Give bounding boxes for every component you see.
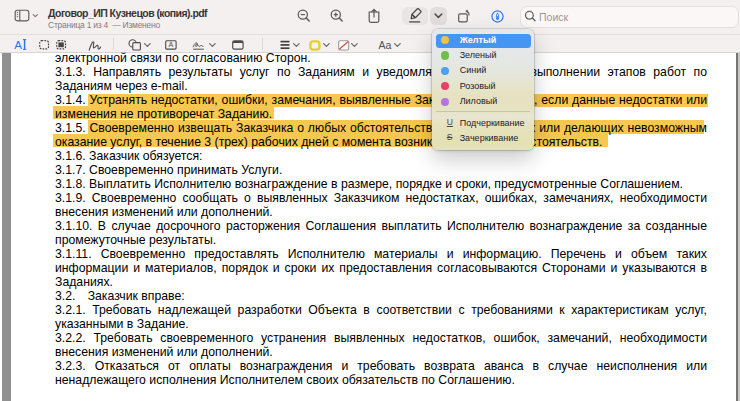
svg-text:A: A <box>168 40 173 49</box>
svg-text:A: A <box>14 39 22 51</box>
